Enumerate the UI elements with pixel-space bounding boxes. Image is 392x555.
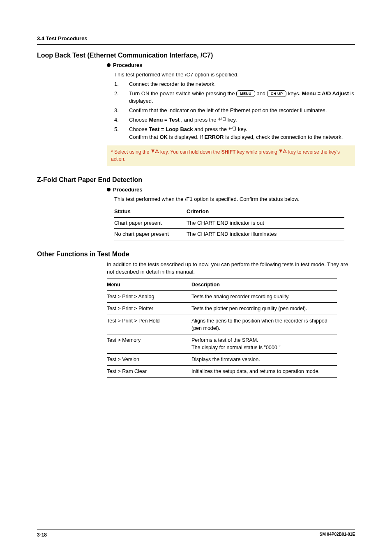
step-2-pre: Turn ON the power switch while pressing … xyxy=(129,90,236,97)
page-number: 3-18 xyxy=(37,532,47,539)
cell-desc-4: Performs a test of the SRAM. The display… xyxy=(191,334,337,353)
cell-desc-5: Displays the firmware version. xyxy=(191,354,337,366)
cell-menu-6: Test > Ram Clear xyxy=(107,366,191,378)
bullet-dot-icon-2 xyxy=(107,188,111,191)
step-2: 2. Turn ON the power switch while pressi… xyxy=(114,90,355,106)
cell-menu-1: Test > Print > Analog xyxy=(107,291,191,303)
note-shift: SHIFT xyxy=(221,149,236,155)
procedures-label-1: Procedures xyxy=(107,62,355,69)
step-4-tail: key. xyxy=(228,117,237,123)
zfold-intro: This test performed when the /F1 option … xyxy=(114,196,355,203)
cell-desc-6: Initializes the setup data, and returns … xyxy=(191,366,337,378)
enter-key-icon xyxy=(218,116,226,124)
cell-menu-5: Test > Version xyxy=(107,354,191,366)
table-header-row: Status Criterion xyxy=(114,206,344,217)
note-mid: key. You can hold down the xyxy=(160,149,221,155)
th-menu: Menu xyxy=(107,279,191,291)
step-3-num: 3. xyxy=(114,107,119,115)
step-5-pre: Choose xyxy=(129,126,149,132)
zfold-section: Procedures This test performed when the … xyxy=(107,186,355,240)
step-1-num: 1. xyxy=(114,81,119,88)
procedures-text-2: Procedures xyxy=(113,187,143,193)
heading-zfold: Z-Fold Chart Paper End Detection xyxy=(37,175,355,184)
step-5-line2e: is displayed, check the connection to th… xyxy=(225,134,343,140)
step-5-mid: and press the xyxy=(194,126,228,132)
enter-key-icon-2 xyxy=(228,126,236,134)
step-1-text: Connect the recorder to the network. xyxy=(129,81,216,87)
step-2-mid: and xyxy=(256,90,267,97)
procedures-text-1: Procedures xyxy=(113,62,143,68)
cell-status-2: No chart paper present xyxy=(114,229,187,240)
cell-menu-3: Test > Print > Pen Hold xyxy=(107,315,191,334)
step-2-bold: Menu = A/D Adjust xyxy=(302,90,349,97)
cell-criterion-2: The CHART END indicator illuminates xyxy=(187,229,344,240)
step-4-num: 4. xyxy=(114,116,119,124)
step-3-text: Confirm that the indicator on the left o… xyxy=(129,107,327,113)
step-4-mid: , and press the xyxy=(181,117,218,123)
heading-loopback: Loop Back Test (Ethernet Communication I… xyxy=(37,51,355,60)
doc-number: SM 04P02B01-01E xyxy=(320,532,355,539)
note-pre: * Select using the xyxy=(111,149,151,155)
step-4-pre: Choose xyxy=(129,117,149,123)
step-5-line2a: Confirm that xyxy=(129,134,159,140)
zfold-table: Status Criterion Chart paper present The… xyxy=(114,206,344,241)
note-box: * Select using the key. You can hold dow… xyxy=(107,145,355,166)
zfold-body: This test performed when the /F1 option … xyxy=(114,196,355,240)
table-row: Test > Version Displays the firmware ver… xyxy=(107,354,337,366)
cell-desc-2: Tests the plotter pen recording quality … xyxy=(191,303,337,315)
table-row: Test > Print > Analog Tests the analog r… xyxy=(107,291,337,303)
step-1: 1. Connect the recorder to the network. xyxy=(114,81,355,88)
loopback-steps: 1. Connect the recorder to the network. … xyxy=(114,81,355,141)
table-row: Test > Print > Pen Hold Aligns the pens … xyxy=(107,315,337,334)
cell-desc-4a: Performs a test of the SRAM. xyxy=(191,337,258,343)
step-5: 5. Choose Test = Loop Back and press the… xyxy=(114,126,355,141)
step-4: 4. Choose Menu = Test , and press the ke… xyxy=(114,116,355,124)
table-row: Test > Print > Plotter Tests the plotter… xyxy=(107,303,337,315)
th-status: Status xyxy=(114,206,187,217)
cell-menu-4: Test > Memory xyxy=(107,334,191,353)
step-5-ok: OK xyxy=(159,134,168,140)
table-header-row: Menu Description xyxy=(107,279,337,291)
note-mid2: key while pressing xyxy=(237,149,279,155)
nabla-delta-icon xyxy=(151,149,159,156)
footer: 3-18 SM 04P02B01-01E xyxy=(37,530,355,539)
nabla-delta-icon-2 xyxy=(279,149,287,156)
step-5-error: ERROR xyxy=(205,134,224,140)
step-2-num: 2. xyxy=(114,90,119,98)
table-row: No chart paper present The CHART END ind… xyxy=(114,229,344,240)
th-criterion: Criterion xyxy=(187,206,344,217)
other-table: Menu Description Test > Print > Analog T… xyxy=(107,279,337,378)
step-2-post: keys. xyxy=(288,90,302,97)
table-row: Test > Memory Performs a test of the SRA… xyxy=(107,334,337,353)
header-rule xyxy=(37,44,355,45)
bullet-dot-icon xyxy=(107,63,111,67)
loopback-intro: This test performed when the /C7 option … xyxy=(114,71,355,79)
step-3: 3. Confirm that the indicator on the lef… xyxy=(114,107,355,115)
heading-other: Other Functions in Test Mode xyxy=(37,249,355,259)
cell-menu-2: Test > Print > Plotter xyxy=(107,303,191,315)
table-row: Chart paper present The CHART END indica… xyxy=(114,217,344,229)
cell-status-1: Chart paper present xyxy=(114,217,187,229)
cell-desc-1: Tests the analog recorder recording qual… xyxy=(191,291,337,303)
step-5-line2c: is displayed. If xyxy=(169,134,205,140)
other-section: In addition to the tests described up to… xyxy=(107,261,355,378)
menu-key-icon: MENU xyxy=(236,90,255,97)
section-tag: 3.4 Test Procedures xyxy=(37,35,355,43)
cell-desc-4b: The display for normal status is "0000." xyxy=(191,345,281,350)
step-5-bold: Test = Loop Back xyxy=(149,126,193,132)
loopback-body: This test performed when the /C7 option … xyxy=(114,71,355,141)
step-5-tail: key. xyxy=(238,126,247,132)
cell-desc-3: Aligns the pens to the position when the… xyxy=(191,315,337,334)
th-description: Description xyxy=(191,279,337,291)
page: 3.4 Test Procedures Loop Back Test (Ethe… xyxy=(0,0,392,555)
cell-criterion-1: The CHART END indicator is out xyxy=(187,217,344,229)
step-4-bold: Menu = Test xyxy=(149,117,180,123)
chup-key-icon: CH UP xyxy=(267,90,287,97)
procedures-label-2: Procedures xyxy=(107,186,355,194)
table-row: Test > Ram Clear Initializes the setup d… xyxy=(107,366,337,378)
step-5-num: 5. xyxy=(114,126,119,134)
loopback-section: Procedures This test performed when the … xyxy=(107,62,355,166)
other-intro: In addition to the tests described up to… xyxy=(107,261,355,276)
